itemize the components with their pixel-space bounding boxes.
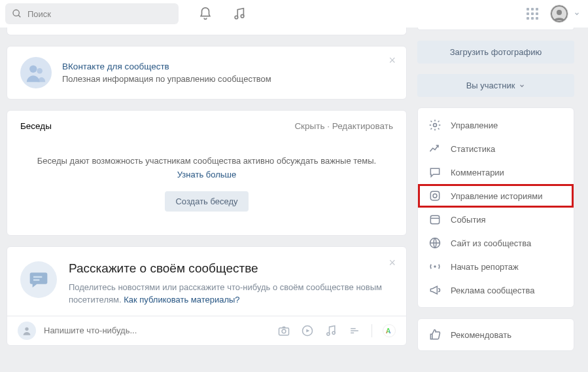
header-right [527,5,580,23]
close-icon[interactable]: × [389,256,396,270]
sidebar-item-manage[interactable]: Управление [418,113,574,137]
globe-icon [428,236,441,250]
about-text: Расскажите о своём сообществе Поделитесь… [69,261,393,307]
search-input[interactable] [27,9,172,19]
side-menu: Управление Статистика Комментарии Управл… [417,107,574,308]
compose-input[interactable] [44,326,269,335]
sidebar-item-events[interactable]: События [418,208,574,231]
app-header [0,0,588,28]
thumbs-up-icon [428,328,441,341]
chevron-down-icon [574,10,580,17]
sidebar-item-label: Управление [451,121,498,130]
compose-row: A [7,316,406,345]
promo-avatar-icon [20,57,52,88]
sidebar-item-label: Управление историями [451,191,542,201]
header-icons [198,7,247,21]
promo-subtitle: Полезная информация по управлению сообще… [62,74,271,84]
svg-rect-23 [430,215,439,224]
svg-rect-8 [33,276,42,277]
megaphone-icon [428,284,441,297]
separator [372,324,372,337]
apps-grid-icon[interactable] [527,8,538,20]
learn-more-link[interactable]: Узнать больше [177,170,236,179]
sidebar-item-comments[interactable]: Комментарии [418,160,574,184]
svg-point-3 [241,14,244,18]
hide-link[interactable]: Скрыть [294,121,324,131]
svg-rect-21 [430,191,439,200]
music-attach-icon[interactable] [324,324,337,337]
promo-title: ВКонтакте для сообществ [62,62,271,71]
search-icon [12,9,22,19]
bell-icon[interactable] [198,7,213,21]
sidebar-item-label: Начать репортаж [451,262,519,272]
sidebar-item-stories[interactable]: Управление историями [418,184,574,208]
sidebar-item-live[interactable]: Начать репортаж [418,255,574,278]
sidebar-item-site[interactable]: Сайт из сообщества [418,231,574,255]
svg-rect-9 [33,279,39,280]
svg-text:A: A [386,327,391,335]
card-edge-stub [417,28,574,30]
svg-point-5 [557,10,562,15]
svg-line-1 [18,15,20,17]
create-conversation-button[interactable]: Создать беседу [165,191,248,212]
svg-point-12 [282,329,286,333]
card-edge-stub [7,28,407,35]
side-menu-secondary: Рекомендовать [417,318,574,351]
svg-point-6 [29,65,37,73]
chevron-down-icon [519,83,525,89]
svg-point-7 [37,68,43,74]
sidebar-item-label: Рекомендовать [451,330,511,340]
stories-icon [428,189,441,202]
search-box[interactable] [5,3,179,24]
conversations-actions: Скрыть · Редактировать [294,121,393,131]
conversations-card: Беседы Скрыть · Редактировать Беседы даю… [7,110,407,236]
music-icon[interactable] [232,7,247,21]
svg-point-20 [434,124,437,127]
promo-text: ВКонтакте для сообществ Полезная информа… [62,62,271,84]
about-title: Расскажите о своём сообществе [69,261,393,276]
membership-label: Вы участник [466,81,515,90]
promo-card[interactable]: ВКонтакте для сообществ Полезная информа… [7,46,407,100]
poll-icon[interactable] [348,324,361,337]
sidebar-item-label: Комментарии [451,168,504,177]
sidebar-item-stats[interactable]: Статистика [418,137,574,160]
close-icon[interactable]: × [389,54,396,66]
membership-button[interactable]: Вы участник [417,74,574,97]
profile-menu[interactable] [550,5,580,23]
calendar-icon [428,213,441,226]
compose-icons: A [277,324,396,337]
sidebar-item-label: События [451,215,486,225]
sidebar-item-label: Реклама сообщества [451,286,535,295]
camera-icon[interactable] [277,324,290,337]
main-column: ВКонтакте для сообществ Полезная информа… [7,34,407,351]
sidebar-item-label: Сайт из сообщества [451,238,531,248]
how-to-publish-link[interactable]: Как публиковать материалы? [124,295,239,305]
sidebar-item-ads[interactable]: Реклама сообщества [418,278,574,302]
chart-icon [428,142,441,155]
svg-point-26 [434,265,436,267]
about-compose-card: Расскажите о своём сообществе Поделитесь… [7,246,407,346]
svg-point-10 [25,327,28,330]
sidebar-item-recommend[interactable]: Рекомендовать [418,323,574,346]
broadcast-icon [428,260,441,273]
edit-link[interactable]: Редактировать [332,121,393,131]
svg-point-14 [327,333,330,335]
video-icon[interactable] [301,324,314,337]
side-column: Загрузить фотографию Вы участник Управле… [417,34,574,351]
svg-point-0 [13,10,19,16]
upload-photo-button[interactable]: Загрузить фотографию [417,41,574,64]
conversations-desc: Беседы дают возможность участникам сообщ… [37,156,376,166]
avatar-icon [550,5,568,23]
comment-icon [428,166,441,179]
sidebar-item-label: Статистика [451,144,495,154]
svg-point-2 [235,16,238,19]
theme-picker-icon[interactable]: A [383,324,396,337]
conversations-title: Беседы [20,121,52,131]
svg-point-22 [433,194,437,198]
compose-avatar-icon [18,322,36,340]
conversations-body: Беседы дают возможность участникам сообщ… [7,139,406,235]
gear-icon [428,119,441,132]
svg-point-15 [332,331,335,334]
speech-bubble-icon [20,261,57,298]
